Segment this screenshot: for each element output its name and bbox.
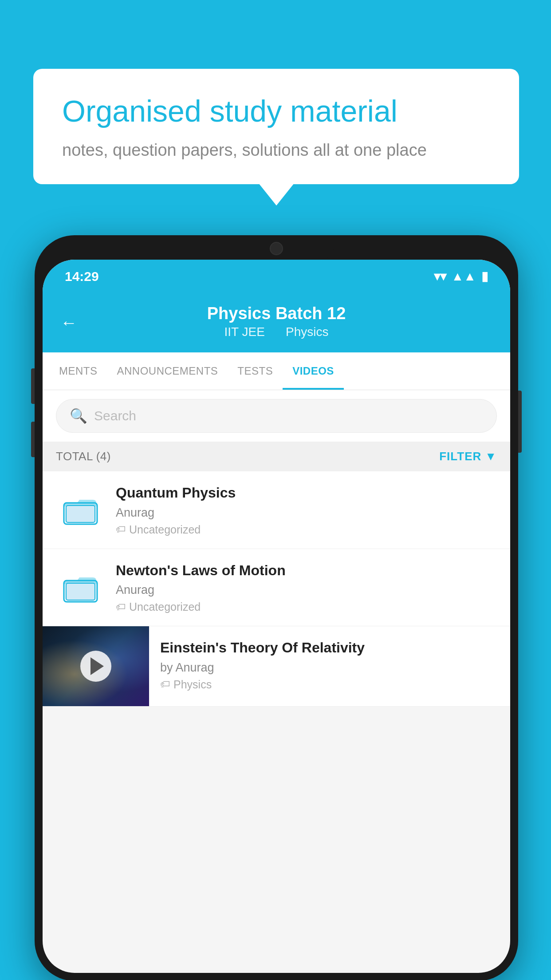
video-tag: 🏷 Physics bbox=[160, 678, 499, 691]
play-button[interactable] bbox=[80, 651, 111, 682]
video-title: Newton's Laws of Motion bbox=[116, 561, 497, 580]
speech-bubble-container: Organised study material notes, question… bbox=[33, 69, 519, 184]
filter-label: FILTER bbox=[439, 450, 481, 463]
filter-row: TOTAL (4) FILTER ▼ bbox=[43, 442, 510, 471]
search-bar[interactable]: 🔍 Search bbox=[56, 399, 497, 433]
video-info: Quantum Physics Anurag 🏷 Uncategorized bbox=[116, 484, 497, 536]
header-subtitle: IIT JEE Physics bbox=[60, 325, 492, 339]
phone-screen: 14:29 ▾▾ ▲▲ ▮ ← Physics Batch 12 IIT JEE… bbox=[43, 260, 510, 973]
volume-up-button bbox=[31, 368, 35, 404]
phone-notch bbox=[219, 235, 334, 260]
video-tag: 🏷 Uncategorized bbox=[116, 601, 497, 613]
wifi-icon: ▾▾ bbox=[434, 269, 446, 284]
video-author: Anurag bbox=[116, 506, 497, 520]
folder-icon bbox=[56, 490, 105, 530]
video-info: Newton's Laws of Motion Anurag 🏷 Uncateg… bbox=[116, 561, 497, 614]
bubble-title: Organised study material bbox=[62, 93, 490, 130]
back-button[interactable]: ← bbox=[60, 313, 77, 332]
total-count: TOTAL (4) bbox=[56, 450, 111, 463]
phone-frame: 14:29 ▾▾ ▲▲ ▮ ← Physics Batch 12 IIT JEE… bbox=[35, 235, 518, 980]
camera-icon bbox=[270, 242, 283, 255]
tag-icon: 🏷 bbox=[116, 601, 126, 613]
battery-icon: ▮ bbox=[481, 269, 488, 284]
tag-label: Uncategorized bbox=[129, 523, 201, 536]
video-thumbnail bbox=[43, 626, 149, 706]
list-item[interactable]: Newton's Laws of Motion Anurag 🏷 Uncateg… bbox=[43, 549, 510, 627]
video-title: Quantum Physics bbox=[116, 484, 497, 502]
tag-icon: 🏷 bbox=[116, 524, 126, 535]
search-container: 🔍 Search bbox=[43, 390, 510, 442]
tag-iit-jee: IIT JEE bbox=[224, 325, 265, 339]
video-list: Quantum Physics Anurag 🏷 Uncategorized bbox=[43, 471, 510, 707]
power-button bbox=[518, 391, 522, 453]
tab-ments[interactable]: MENTS bbox=[49, 352, 107, 390]
svg-rect-1 bbox=[66, 506, 95, 522]
folder-icon bbox=[56, 567, 105, 607]
video-tag: 🏷 Uncategorized bbox=[116, 523, 497, 536]
tab-tests[interactable]: TESTS bbox=[228, 352, 283, 390]
search-placeholder: Search bbox=[94, 408, 136, 423]
header-title: Physics Batch 12 bbox=[60, 304, 492, 323]
status-bar: 14:29 ▾▾ ▲▲ ▮ bbox=[43, 260, 510, 293]
list-item[interactable]: Einstein's Theory Of Relativity by Anura… bbox=[43, 626, 510, 707]
tabs-container: MENTS ANNOUNCEMENTS TESTS VIDEOS bbox=[43, 352, 510, 390]
tab-videos[interactable]: VIDEOS bbox=[283, 352, 344, 390]
video-author: Anurag bbox=[116, 583, 497, 597]
play-icon bbox=[91, 657, 104, 675]
search-icon: 🔍 bbox=[70, 407, 87, 424]
svg-rect-3 bbox=[66, 583, 95, 600]
app-header: ← Physics Batch 12 IIT JEE Physics bbox=[43, 293, 510, 352]
signal-icon: ▲▲ bbox=[452, 269, 476, 284]
filter-icon: ▼ bbox=[485, 450, 497, 463]
status-time: 14:29 bbox=[65, 269, 99, 284]
tab-announcements[interactable]: ANNOUNCEMENTS bbox=[107, 352, 228, 390]
tag-label: Uncategorized bbox=[129, 601, 201, 613]
bubble-subtitle: notes, question papers, solutions all at… bbox=[62, 141, 490, 160]
volume-down-button bbox=[31, 422, 35, 457]
video-title: Einstein's Theory Of Relativity bbox=[160, 639, 499, 657]
video-author: by Anurag bbox=[160, 661, 499, 675]
tag-label: Physics bbox=[173, 678, 212, 691]
tag-icon: 🏷 bbox=[160, 679, 170, 690]
status-icons: ▾▾ ▲▲ ▮ bbox=[434, 269, 488, 284]
list-item[interactable]: Quantum Physics Anurag 🏷 Uncategorized bbox=[43, 471, 510, 549]
filter-button[interactable]: FILTER ▼ bbox=[439, 450, 497, 463]
video-info: Einstein's Theory Of Relativity by Anura… bbox=[149, 626, 510, 703]
speech-bubble: Organised study material notes, question… bbox=[33, 69, 519, 184]
tag-physics: Physics bbox=[286, 325, 328, 339]
